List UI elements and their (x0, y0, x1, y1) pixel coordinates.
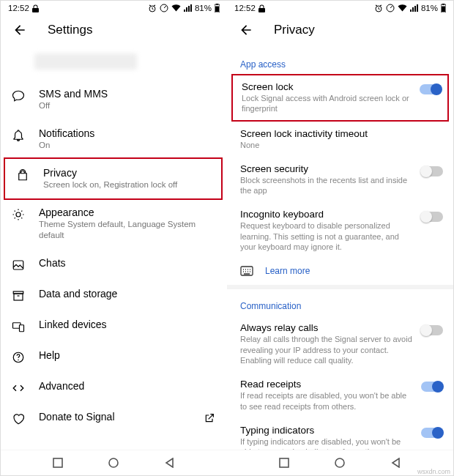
toggle-incognito[interactable] (421, 212, 443, 222)
row-learn-more[interactable]: Learn more (227, 259, 453, 285)
sublabel: Off (39, 100, 215, 111)
row-storage[interactable]: Data and storage (1, 280, 227, 310)
label: Privacy (43, 167, 209, 179)
lock-icon (32, 4, 39, 12)
battery-icon (215, 4, 220, 12)
lock-icon (258, 4, 265, 12)
row-notifications[interactable]: NotificationsOn (1, 119, 227, 159)
label: Screen lock inactivity timeout (240, 128, 443, 139)
sublabel: Request keyboard to disable personalized… (240, 220, 414, 252)
heart-icon (11, 411, 26, 425)
page-title: Settings (48, 23, 92, 37)
header: Settings (1, 15, 227, 48)
row-screen-security[interactable]: Screen securityBlock screenshots in the … (227, 157, 453, 203)
nav-home-icon[interactable] (108, 458, 119, 471)
label: Incognito keyboard (240, 209, 414, 220)
label: Notifications (39, 127, 215, 139)
label: SMS and MMS (39, 88, 215, 100)
svg-rect-21 (280, 458, 289, 467)
dnd-icon (386, 4, 395, 12)
back-icon[interactable] (239, 23, 253, 37)
alarm-icon (374, 4, 383, 12)
row-help[interactable]: Help (1, 341, 227, 372)
row-chats[interactable]: Chats (1, 249, 227, 280)
row-privacy[interactable]: PrivacyScreen lock on, Registration lock… (4, 157, 223, 200)
lock-icon (15, 167, 30, 182)
svg-rect-3 (216, 4, 218, 5)
chat-bubble-icon (11, 88, 26, 103)
label: Advanced (39, 380, 215, 392)
label: Screen security (240, 163, 414, 174)
sublabel: If typing indicators are disabled, you w… (240, 436, 414, 450)
battery-icon (441, 4, 446, 12)
row-relay[interactable]: Always relay callsRelay all calls throug… (227, 316, 453, 372)
sublabel: Block screenshots in the recents list an… (240, 175, 414, 196)
svg-point-12 (18, 359, 19, 360)
label: Read receipts (240, 379, 414, 390)
row-linked[interactable]: Linked devices (1, 310, 227, 341)
nav-home-icon[interactable] (335, 458, 345, 471)
label: Donate to Signal (39, 411, 190, 423)
svg-point-14 (109, 458, 118, 467)
nav-back-icon[interactable] (165, 458, 175, 471)
watermark: wsxdn.com (417, 468, 450, 475)
row-screen-lock[interactable]: Screen lockLock Signal access with Andro… (231, 74, 449, 122)
toggle-screen-lock[interactable] (420, 84, 442, 94)
bell-icon (11, 127, 26, 142)
alarm-icon (148, 4, 157, 12)
clock: 12:52 (8, 4, 29, 12)
toggle-receipts[interactable] (421, 382, 443, 392)
label: Screen lock (242, 81, 412, 92)
toggle-screen-security[interactable] (421, 166, 443, 176)
toggle-typing[interactable] (421, 428, 443, 438)
label: Always relay calls (240, 322, 414, 333)
row-incognito[interactable]: Incognito keyboardRequest keyboard to di… (227, 202, 453, 259)
sublabel: Lock Signal access with Android screen l… (242, 93, 412, 114)
sublabel: Relay all calls through the Signal serve… (240, 334, 414, 365)
svg-rect-13 (53, 458, 62, 467)
page-title: Privacy (274, 23, 315, 37)
nav-recent-icon[interactable] (53, 458, 63, 471)
archive-icon (11, 288, 26, 302)
learn-more-link[interactable]: Learn more (265, 266, 310, 276)
row-sms[interactable]: SMS and MMSOff (1, 80, 227, 119)
section-app-access: App access (227, 48, 453, 74)
external-link-icon (204, 411, 215, 424)
label: Chats (39, 257, 215, 269)
signal-icon (184, 4, 192, 12)
wifi-icon (171, 4, 181, 12)
statusbar: 12:52 81% (227, 1, 453, 15)
svg-rect-6 (13, 261, 23, 269)
row-donate[interactable]: Donate to Signal (1, 403, 227, 434)
toggle-relay[interactable] (421, 325, 443, 335)
android-navbar (1, 450, 227, 476)
row-typing[interactable]: Typing indicatorsIf typing indicators ar… (227, 418, 453, 450)
row-appearance[interactable]: AppearanceTheme System default, Language… (1, 198, 227, 249)
battery-text: 81% (195, 4, 212, 12)
sublabel: Screen lock on, Registration lock off (43, 179, 209, 190)
keyboard-icon (240, 266, 253, 276)
svg-rect-8 (14, 294, 23, 300)
back-icon[interactable] (12, 23, 27, 37)
section-communication: Communication (227, 289, 453, 316)
settings-screen: 12:52 81% Settings SMS and MMSOff Notifi… (1, 1, 227, 476)
battery-text: 81% (421, 4, 438, 12)
help-icon (11, 349, 26, 364)
wifi-icon (398, 4, 407, 12)
row-receipts[interactable]: Read receiptsIf read receipts are disabl… (227, 372, 453, 418)
row-advanced[interactable]: Advanced (1, 372, 227, 403)
settings-list: SMS and MMSOff NotificationsOn PrivacySc… (1, 48, 227, 450)
label: Help (39, 349, 215, 361)
sublabel: Theme System default, Language System de… (39, 219, 215, 241)
clock: 12:52 (234, 4, 256, 12)
row-timeout[interactable]: Screen lock inactivity timeoutNone (227, 122, 453, 157)
nav-recent-icon[interactable] (279, 458, 289, 471)
svg-rect-4 (215, 7, 219, 12)
dnd-icon (160, 4, 168, 12)
profile-row-blurred[interactable] (34, 53, 137, 70)
svg-rect-10 (20, 324, 24, 331)
nav-back-icon[interactable] (391, 458, 401, 471)
sublabel: None (240, 140, 443, 150)
header: Privacy (227, 15, 453, 48)
sublabel: On (39, 140, 215, 151)
